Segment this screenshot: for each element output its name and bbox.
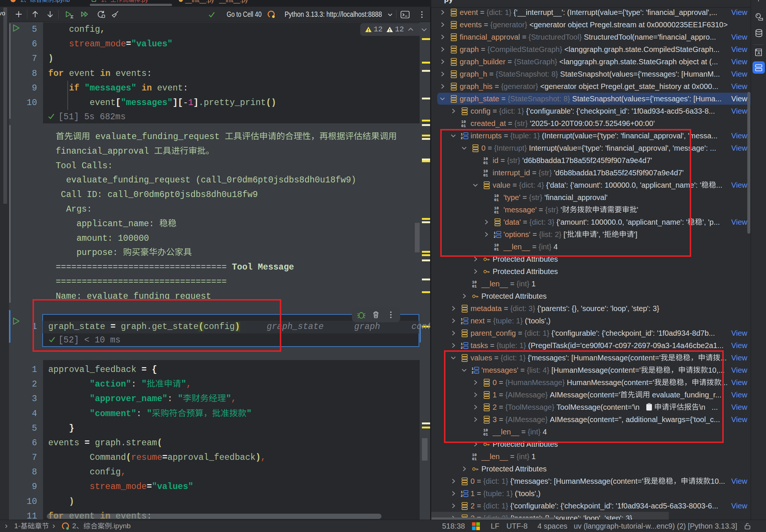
svg-text:1: 1 bbox=[461, 342, 463, 345]
svg-text:01: 01 bbox=[472, 284, 477, 288]
svg-text:01: 01 bbox=[472, 457, 477, 461]
svg-text:2: 2 bbox=[461, 346, 463, 350]
svg-text:A: A bbox=[757, 51, 760, 55]
svg-text:2: 2 bbox=[461, 321, 463, 325]
svg-text:1: 1 bbox=[461, 490, 463, 493]
svg-text:1: 1 bbox=[461, 317, 463, 321]
svg-text:01: 01 bbox=[461, 124, 466, 127]
svg-text:2: 2 bbox=[461, 494, 463, 498]
